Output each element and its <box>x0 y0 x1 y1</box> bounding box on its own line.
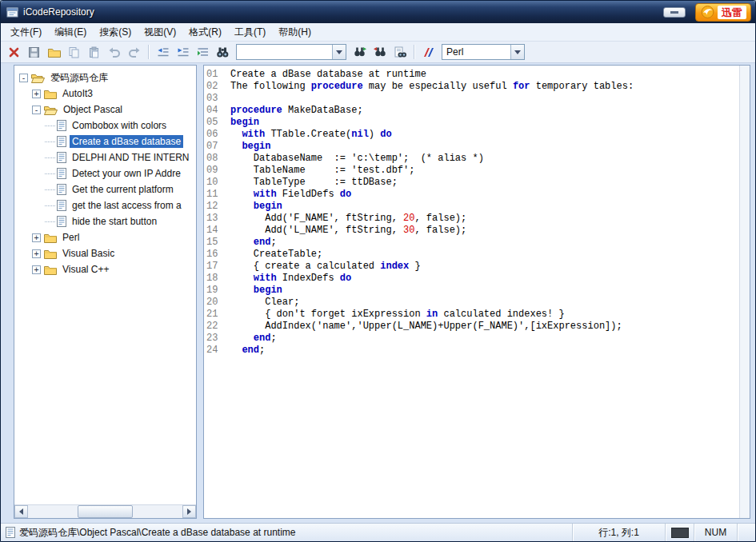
statusbar: 爱码源码仓库\Object Pascal\Create a dBase data… <box>1 523 755 541</box>
menu-item[interactable]: 视图(V) <box>138 23 182 42</box>
line-number: 04 <box>206 105 222 117</box>
menu-item[interactable]: 工具(T) <box>228 23 272 42</box>
snippet-icon <box>6 527 15 538</box>
line-number: 01 <box>206 69 222 81</box>
redo-button[interactable] <box>125 43 143 61</box>
tree-item[interactable]: -Object Pascal <box>16 102 194 118</box>
tree-item[interactable]: +AutoIt3 <box>16 86 194 102</box>
tree-item[interactable]: Get the current platform <box>16 181 194 197</box>
expand-icon[interactable]: + <box>32 233 41 242</box>
tree-connector <box>45 221 55 222</box>
tree-item-label: Object Pascal <box>61 103 125 116</box>
tree-item[interactable]: +Visual C++ <box>16 261 194 277</box>
panel-splitter[interactable] <box>198 65 202 519</box>
format-button[interactable] <box>194 43 212 61</box>
code-line: 06 with TTable.Create(nil) do <box>206 129 739 141</box>
tree-item[interactable]: Create a dBase database <box>16 134 194 149</box>
line-number: 16 <box>206 249 222 261</box>
line-number: 09 <box>206 165 222 177</box>
code-text: The following procedure may be especiall… <box>222 81 634 93</box>
scrollbar-thumb[interactable] <box>78 505 133 518</box>
code-text: AddIndex('name','Upper(L_NAME)+Upper(F_N… <box>222 321 622 333</box>
tree-item[interactable]: Detect your own IP Addre <box>16 165 194 181</box>
syntax-combobox[interactable]: Perl <box>442 44 525 60</box>
snippet-tree[interactable]: -爱码源码仓库+AutoIt3-Object PascalCombobox wi… <box>14 66 196 504</box>
find-button[interactable] <box>214 43 232 61</box>
tree-item[interactable]: get the last access from a <box>16 197 194 213</box>
save-button[interactable] <box>25 43 43 61</box>
paste-button[interactable] <box>85 43 103 61</box>
tree-item-label: Get the current platform <box>70 183 176 196</box>
menu-item[interactable]: 文件(F) <box>4 23 48 42</box>
window-title: iCodeRepository <box>23 6 94 18</box>
code-text: DatabaseName := 'c:\temp'; (* alias *) <box>222 153 484 165</box>
chevron-down-icon[interactable] <box>332 45 346 59</box>
tree-item-label: AutoIt3 <box>60 87 95 100</box>
tree-item[interactable]: +Perl <box>16 229 194 245</box>
line-number: 07 <box>206 141 222 153</box>
find-previous-button[interactable] <box>370 43 389 61</box>
line-number: 08 <box>206 153 222 165</box>
syntax-combobox-value[interactable]: Perl <box>442 45 510 59</box>
indent-icon <box>177 46 190 58</box>
scrollbar-track[interactable] <box>28 505 182 518</box>
tree-item[interactable]: -爱码源码仓库 <box>16 70 194 86</box>
line-number: 22 <box>206 321 222 333</box>
delete-button[interactable] <box>5 43 23 61</box>
code-line: 11 with FieldDefs do <box>206 189 739 201</box>
copy-icon <box>68 46 80 58</box>
find-next-button[interactable] <box>350 43 369 61</box>
tree-item-label: hide the start button <box>70 215 159 228</box>
scroll-right-button[interactable] <box>182 505 196 518</box>
line-number: 05 <box>206 117 222 129</box>
tree-item[interactable]: DELPHI AND THE INTERN <box>16 149 194 165</box>
tree-horizontal-scrollbar[interactable] <box>14 504 196 518</box>
tree-item[interactable]: +Visual Basic <box>16 245 194 261</box>
minimize-button[interactable] <box>663 7 686 18</box>
editor-vertical-scrollbar[interactable] <box>739 66 750 518</box>
tree-item[interactable]: hide the start button <box>16 213 194 229</box>
code-line: 03 <box>206 93 739 105</box>
code-editor[interactable]: 01Create a dBase database at runtime02Th… <box>204 66 739 518</box>
search-combobox-value[interactable] <box>237 45 332 59</box>
line-number: 15 <box>206 237 222 249</box>
folder-icon <box>44 233 57 243</box>
code-line: 16 CreateTable; <box>206 249 739 261</box>
tree-item[interactable]: Combobox with colors <box>16 118 194 134</box>
line-number: 14 <box>206 225 222 237</box>
xunlei-badge-label: 迅雷 <box>718 6 746 19</box>
expand-icon[interactable]: + <box>32 265 41 274</box>
code-text: with TTable.Create(nil) do <box>222 129 392 141</box>
copy-button[interactable] <box>65 43 83 61</box>
code-text: { don't forget ixExpression in calculate… <box>222 309 565 321</box>
indent-button[interactable] <box>174 43 192 61</box>
expand-icon[interactable]: + <box>32 249 41 258</box>
find-next-icon <box>354 46 366 58</box>
menu-item[interactable]: 搜索(S) <box>93 23 138 42</box>
code-text: TableName := 'test.dbf'; <box>222 165 414 177</box>
line-number: 24 <box>206 345 222 357</box>
outdent-button[interactable] <box>154 43 172 61</box>
menu-item[interactable]: 格式(R) <box>182 23 228 42</box>
menu-item[interactable]: 编辑(E) <box>48 23 93 42</box>
collapse-icon[interactable]: - <box>19 74 28 82</box>
line-number: 17 <box>206 261 222 273</box>
search-combobox[interactable] <box>236 44 346 60</box>
line-number: 10 <box>206 177 222 189</box>
open-button[interactable] <box>45 43 63 61</box>
syntax-icon <box>422 46 434 58</box>
scroll-left-button[interactable] <box>14 505 28 518</box>
code-line: 22 AddIndex('name','Upper(L_NAME)+Upper(… <box>206 321 739 333</box>
find-previous-icon <box>374 46 386 58</box>
undo-button[interactable] <box>105 43 123 61</box>
folder-icon <box>44 249 57 259</box>
menu-item[interactable]: 帮助(H) <box>272 23 318 42</box>
expand-icon[interactable]: + <box>32 90 41 98</box>
collapse-icon[interactable]: - <box>32 106 41 114</box>
chevron-down-icon[interactable] <box>510 45 524 59</box>
xunlei-badge[interactable]: 迅雷 <box>695 3 751 22</box>
syntax-button[interactable] <box>419 43 438 61</box>
line-number: 11 <box>206 189 222 201</box>
folder-icon <box>44 89 57 99</box>
find-in-files-button[interactable] <box>390 43 409 61</box>
